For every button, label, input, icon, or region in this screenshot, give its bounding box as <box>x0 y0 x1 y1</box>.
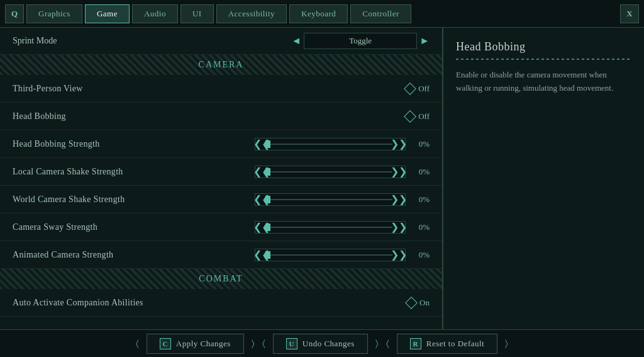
auto-activate-label: Auto Activate Companion Abilities <box>13 298 407 308</box>
local-camera-shake-row: Local Camera Shake Strength ❮❮ ❯❯ 0% <box>0 158 442 186</box>
tab-game[interactable]: Game <box>85 4 130 23</box>
head-bobbing-label: Head Bobbing <box>13 111 406 122</box>
slider-thumb[interactable] <box>265 140 270 148</box>
apply-changes-button[interactable]: C Apply Changes <box>147 334 244 354</box>
slider-fill-4 <box>268 227 392 228</box>
slider-right-arrow-icon-3[interactable]: ❯❯ <box>392 193 405 206</box>
q-button[interactable]: Q <box>5 4 24 23</box>
undo-changes-button[interactable]: U Undo Changes <box>273 334 368 354</box>
info-divider <box>456 59 631 60</box>
tab-controller[interactable]: Controller <box>350 4 411 23</box>
local-camera-shake-slider[interactable]: ❮❮ ❯❯ <box>255 166 406 178</box>
slider-thumb-5[interactable] <box>265 251 270 259</box>
undo-label: Undo Changes <box>303 339 355 349</box>
info-panel: Head Bobbing Enable or disable the camer… <box>443 28 644 329</box>
auto-activate-row: Auto Activate Companion Abilities On <box>0 289 442 317</box>
head-bobbing-strength-value: 0% <box>411 139 430 149</box>
slider-thumb-4[interactable] <box>265 224 270 231</box>
info-title: Head Bobbing <box>456 40 631 54</box>
reset-bracket-right: 〉 <box>505 339 508 349</box>
third-person-view-control[interactable]: Off <box>406 84 430 94</box>
close-button[interactable]: X <box>620 4 639 23</box>
camera-sway-label: Camera Sway Strength <box>13 222 255 232</box>
head-bobbing-value: Off <box>418 111 430 122</box>
tab-ui[interactable]: UI <box>180 4 214 23</box>
slider-fill-2 <box>268 171 392 173</box>
camera-sway-slider[interactable]: ❮❮ ❯❯ <box>255 221 406 234</box>
third-person-view-value: Off <box>418 84 430 94</box>
camera-sway-control[interactable]: ❮❮ ❯❯ 0% <box>255 221 430 234</box>
slider-right-arrow-icon-2[interactable]: ❯❯ <box>392 166 405 178</box>
third-person-view-row: Third-Person View Off <box>0 75 442 103</box>
combat-section-title: Combat <box>186 274 255 284</box>
third-person-view-label: Third-Person View <box>13 84 406 94</box>
tab-graphics[interactable]: Graphics <box>26 4 82 23</box>
slider-right-arrow-icon[interactable]: ❯❯ <box>392 138 405 150</box>
head-bobbing-strength-slider[interactable]: ❮❮ ❯❯ <box>255 138 406 150</box>
diamond-icon-3 <box>405 297 418 309</box>
apply-bracket-right: 〉 <box>252 339 255 349</box>
sprint-mode-control[interactable]: ◄ Toggle ► <box>291 33 430 49</box>
sprint-mode-value: Toggle <box>304 33 417 49</box>
local-camera-shake-value: 0% <box>411 167 430 177</box>
undo-key: U <box>286 338 297 349</box>
world-camera-shake-row: World Camera Shake Strength ❮❮ ❯❯ 0% <box>0 186 442 213</box>
auto-activate-control[interactable]: On <box>407 298 430 308</box>
animated-camera-value: 0% <box>411 250 430 260</box>
settings-panel: Sprint Mode ◄ Toggle ► Camera Third-Pers… <box>0 28 443 329</box>
slider-right-arrow-icon-4[interactable]: ❯❯ <box>392 221 405 234</box>
auto-activate-value: On <box>419 298 430 308</box>
apply-label: Apply Changes <box>176 339 231 349</box>
sprint-mode-label: Sprint Mode <box>13 36 291 46</box>
head-bobbing-strength-label: Head Bobbing Strength <box>13 139 255 149</box>
camera-sway-row: Camera Sway Strength ❮❮ ❯❯ 0% <box>0 213 442 241</box>
local-camera-shake-label: Local Camera Shake Strength <box>13 167 255 177</box>
sprint-mode-row: Sprint Mode ◄ Toggle ► <box>0 28 442 55</box>
diamond-icon-2 <box>404 110 416 123</box>
reset-label: Reset to Default <box>426 339 484 349</box>
slider-right-arrow-icon-5[interactable]: ❯❯ <box>392 249 405 261</box>
apply-key: C <box>160 338 171 349</box>
top-nav: Q Graphics Game Audio UI Accessibility K… <box>0 0 644 28</box>
bottom-bar: 〈 C Apply Changes 〉 〈 U Undo Changes 〉 〈… <box>0 329 644 357</box>
slider-fill-3 <box>268 199 392 200</box>
info-description: Enable or disable the camera movement wh… <box>456 69 631 95</box>
animated-camera-label: Animated Camera Strength <box>13 250 255 260</box>
tab-keyboard[interactable]: Keyboard <box>289 4 348 23</box>
slider-fill <box>268 144 392 145</box>
apply-bracket-left: 〈 <box>136 339 139 349</box>
tab-accessibility[interactable]: Accessibility <box>216 4 287 23</box>
head-bobbing-row: Head Bobbing Off <box>0 103 442 130</box>
slider-fill-5 <box>268 254 392 256</box>
sprint-arrow-right-icon[interactable]: ► <box>419 35 430 47</box>
world-camera-shake-control[interactable]: ❮❮ ❯❯ 0% <box>255 193 430 206</box>
world-camera-shake-slider[interactable]: ❮❮ ❯❯ <box>255 193 406 206</box>
slider-thumb-2[interactable] <box>265 168 270 176</box>
animated-camera-control[interactable]: ❮❮ ❯❯ 0% <box>255 249 430 261</box>
camera-section-title: Camera <box>186 60 257 70</box>
world-camera-shake-value: 0% <box>411 195 430 205</box>
local-camera-shake-control[interactable]: ❮❮ ❯❯ 0% <box>255 166 430 178</box>
head-bobbing-strength-control[interactable]: ❮❮ ❯❯ 0% <box>255 138 430 150</box>
head-bobbing-strength-row: Head Bobbing Strength ❮❮ ❯❯ 0% <box>0 130 442 158</box>
undo-bracket-left: 〈 <box>262 339 265 349</box>
animated-camera-row: Animated Camera Strength ❮❮ ❯❯ 0% <box>0 241 442 269</box>
camera-sway-value: 0% <box>411 222 430 232</box>
world-camera-shake-label: World Camera Shake Strength <box>13 195 255 205</box>
reset-bracket-left: 〈 <box>386 339 389 349</box>
sprint-arrow-left-icon[interactable]: ◄ <box>291 35 301 47</box>
head-bobbing-control[interactable]: Off <box>406 111 430 122</box>
slider-thumb-3[interactable] <box>265 196 270 203</box>
animated-camera-slider[interactable]: ❮❮ ❯❯ <box>255 249 406 261</box>
reset-key: R <box>410 338 421 349</box>
main-content: Sprint Mode ◄ Toggle ► Camera Third-Pers… <box>0 28 644 329</box>
combat-section-divider: Combat <box>0 269 442 289</box>
camera-section-divider: Camera <box>0 55 442 75</box>
undo-bracket-right: 〉 <box>375 339 379 349</box>
tab-audio[interactable]: Audio <box>132 4 178 23</box>
reset-to-default-button[interactable]: R Reset to Default <box>397 334 497 354</box>
diamond-icon <box>404 82 416 95</box>
